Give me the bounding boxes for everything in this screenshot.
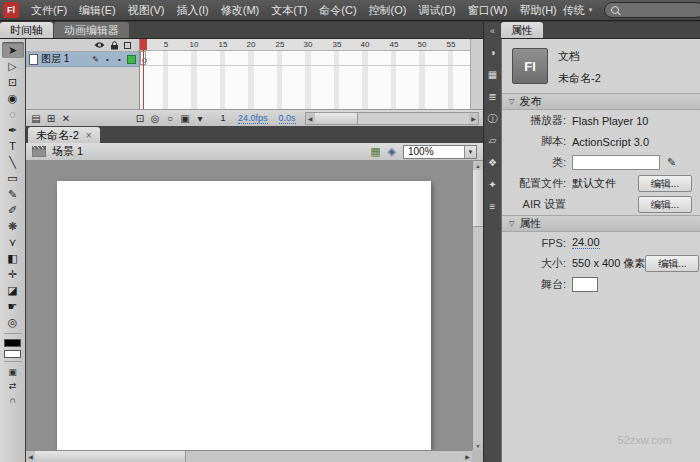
layer-row[interactable]: 图层 1 ✎ • • — [26, 52, 139, 67]
menu-item-control[interactable]: 控制(O) — [363, 0, 413, 21]
tab-timeline[interactable]: 时间轴 — [0, 22, 53, 38]
stroke-color-swatch[interactable] — [4, 339, 21, 347]
stage-color-swatch[interactable] — [572, 277, 598, 292]
align-panel-icon[interactable]: ≣ — [486, 90, 500, 103]
modify-markers-icon[interactable]: ▾ — [194, 113, 206, 124]
scroll-up-icon[interactable]: ▲ — [473, 161, 483, 170]
rectangle-tool[interactable]: ▭ — [2, 170, 24, 186]
black-white-icon[interactable]: ▣ — [2, 365, 24, 379]
scroll-down-icon[interactable]: ▼ — [473, 441, 483, 450]
stage-canvas[interactable] — [57, 181, 431, 450]
scene-breadcrumb[interactable]: 场景 1 — [52, 144, 83, 159]
vertical-scrollbar[interactable]: ▲ ▼ — [472, 161, 483, 450]
scroll-right-icon[interactable]: ▶ — [463, 451, 472, 462]
lock-icon[interactable] — [110, 41, 119, 50]
center-frame-icon[interactable]: ⊡ — [134, 113, 146, 124]
size-edit-button[interactable]: 编辑... — [645, 255, 699, 272]
menu-item-help[interactable]: 帮助(H) — [514, 0, 563, 21]
menu-item-view[interactable]: 视图(V) — [122, 0, 171, 21]
menu-item-file[interactable]: 文件(F) — [25, 0, 73, 21]
class-edit-pencil-icon[interactable]: ✎ — [667, 156, 676, 169]
layer-visibility-dot[interactable]: • — [103, 55, 112, 64]
menu-item-commands[interactable]: 命令(C) — [313, 0, 362, 21]
close-icon[interactable]: × — [86, 130, 92, 141]
zoom-tool[interactable]: ◎ — [2, 314, 24, 330]
timeline-scrollbar[interactable]: ◀ ▶ — [305, 112, 479, 125]
edit-multiple-frames-icon[interactable]: ▣ — [179, 113, 191, 124]
frame-rate-value[interactable]: 24.0fps — [238, 113, 268, 124]
menu-item-window[interactable]: 窗口(W) — [462, 0, 514, 21]
horizontal-scrollbar-track[interactable] — [35, 451, 463, 462]
3d-rotation-tool[interactable]: ◉ — [2, 90, 24, 106]
timeline-scrollbar-thumb[interactable] — [315, 113, 358, 124]
eraser-tool[interactable]: ◪ — [2, 282, 24, 298]
menu-item-modify[interactable]: 修改(M) — [215, 0, 266, 21]
zoom-combobox[interactable]: 100% ▼ — [403, 145, 477, 159]
free-transform-tool[interactable]: ⊡ — [2, 74, 24, 90]
profile-edit-button[interactable]: 编辑... — [638, 175, 692, 192]
class-input[interactable] — [572, 155, 660, 170]
components-panel-icon[interactable]: ❖ — [486, 156, 500, 169]
tab-properties[interactable]: 属性 — [501, 22, 543, 38]
onion-skin-icon[interactable]: ◎ — [149, 113, 161, 124]
fill-color-swatch[interactable] — [4, 350, 21, 358]
swap-colors-icon[interactable]: ⇄ — [2, 379, 24, 393]
line-tool[interactable]: ╲ — [2, 154, 24, 170]
horizontal-scrollbar-thumb[interactable] — [35, 451, 186, 462]
search-input[interactable] — [624, 5, 682, 16]
delete-layer-icon[interactable]: ✕ — [60, 113, 72, 124]
onion-skin-outlines-icon[interactable]: ○ — [164, 113, 176, 124]
lasso-tool[interactable]: ◌ — [2, 106, 24, 122]
eyedropper-tool[interactable]: ✛ — [2, 266, 24, 282]
workspace-switcher[interactable]: 传统 ▾ — [563, 3, 593, 18]
menu-item-insert[interactable]: 插入(I) — [170, 0, 214, 21]
pen-tool[interactable]: ✒ — [2, 122, 24, 138]
swatches-panel-icon[interactable]: ▦ — [486, 68, 500, 81]
eye-icon[interactable] — [94, 41, 105, 49]
deco-tool[interactable]: ❋ — [2, 218, 24, 234]
frame-grid[interactable] — [140, 51, 470, 109]
library-panel-icon[interactable]: ≡ — [486, 200, 500, 213]
transform-panel-icon[interactable]: ▱ — [486, 134, 500, 147]
expand-dock-icon[interactable]: « — [490, 25, 495, 37]
tab-motion-editor[interactable]: 动画编辑器 — [54, 22, 129, 38]
brush-tool[interactable]: ✐ — [2, 202, 24, 218]
vertical-scrollbar-track[interactable] — [473, 170, 483, 441]
selection-tool[interactable]: ➤ — [2, 42, 24, 58]
properties-section-header[interactable]: ▽ 属性 — [502, 215, 700, 232]
new-folder-icon[interactable]: ⊞ — [45, 113, 57, 124]
subselection-tool[interactable]: ▷ — [2, 58, 24, 74]
edit-symbol-icon[interactable]: ◈ — [388, 146, 396, 157]
chevron-down-icon[interactable]: ▼ — [464, 146, 476, 158]
scroll-left-icon[interactable]: ◀ — [306, 113, 315, 124]
playhead[interactable] — [140, 39, 147, 50]
document-tab[interactable]: 未命名-2 × — [28, 127, 100, 143]
menu-item-debug[interactable]: 调试(D) — [413, 0, 462, 21]
new-layer-icon[interactable]: ▤ — [30, 113, 42, 124]
color-panel-icon[interactable]: ◑ — [486, 46, 500, 59]
pencil-tool[interactable]: ✎ — [2, 186, 24, 202]
show-outlines-icon[interactable] — [124, 42, 131, 49]
menu-item-text[interactable]: 文本(T) — [265, 0, 313, 21]
bone-tool[interactable]: ⋎ — [2, 234, 24, 250]
motion-presets-panel-icon[interactable]: ✦ — [486, 178, 500, 191]
edit-scene-icon[interactable]: ▦ — [370, 146, 380, 157]
scroll-right-icon[interactable]: ▶ — [469, 113, 478, 124]
timeline-scrollbar-track[interactable] — [315, 113, 469, 124]
layer-lock-dot[interactable]: • — [115, 55, 124, 64]
text-tool[interactable]: T — [2, 138, 24, 154]
info-panel-icon[interactable]: ⓘ — [486, 112, 500, 125]
air-settings-edit-button[interactable]: 编辑... — [638, 196, 692, 213]
scroll-left-icon[interactable]: ◀ — [26, 451, 35, 462]
search-box[interactable] — [604, 2, 700, 18]
frame-ruler[interactable]: 5 10 15 20 25 30 35 40 45 50 55 — [140, 39, 470, 51]
layer-outline-color-swatch[interactable] — [127, 55, 136, 64]
vertical-scrollbar-thumb[interactable] — [473, 170, 483, 227]
horizontal-scrollbar[interactable]: ◀ ▶ — [26, 450, 472, 462]
hand-tool[interactable]: ☛ — [2, 298, 24, 314]
paint-bucket-tool[interactable]: ◧ — [2, 250, 24, 266]
publish-section-header[interactable]: ▽ 发布 — [502, 93, 700, 110]
snap-to-objects-icon[interactable]: ∩ — [2, 393, 24, 407]
menu-item-edit[interactable]: 编辑(E) — [73, 0, 122, 21]
fps-value[interactable]: 24.00 — [572, 236, 600, 249]
